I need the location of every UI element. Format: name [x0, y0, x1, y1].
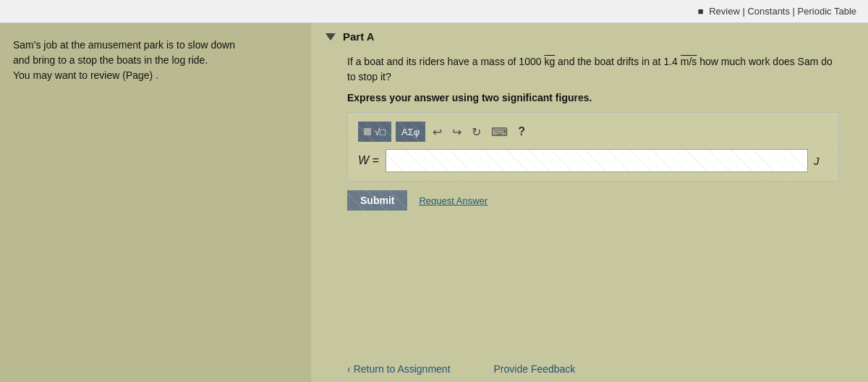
- problem-text-line1: Sam's job at the amusement park is to sl…: [13, 38, 298, 53]
- input-row: W = J: [358, 149, 828, 172]
- action-buttons: Submit Request Answer: [347, 190, 839, 211]
- w-equals-label: W =: [358, 154, 380, 167]
- keyboard-button[interactable]: ⌨: [488, 122, 511, 142]
- keyboard-icon: ⌨: [491, 125, 508, 139]
- greek-symbols-button[interactable]: ΑΣφ: [396, 122, 425, 142]
- square-icon: [364, 128, 371, 135]
- redo-button[interactable]: ↪: [449, 122, 464, 142]
- unit-label: J: [814, 155, 828, 167]
- help-icon[interactable]: ?: [515, 124, 528, 140]
- redo-icon: ↪: [452, 125, 461, 139]
- right-panel: Part A If a boat and its riders have a m…: [311, 23, 868, 382]
- part-a-header: Part A: [311, 23, 868, 47]
- sqrt-icon: √□: [375, 127, 386, 137]
- problem-text-line3: You may want to review (Page) .: [13, 68, 298, 83]
- part-a-title: Part A: [343, 30, 375, 43]
- part-a-content: If a boat and its riders have a mass of …: [311, 47, 868, 355]
- top-bar: ■ Review | Constants | Periodic Table: [0, 0, 868, 23]
- provide-feedback-link[interactable]: Provide Feedback: [494, 363, 576, 375]
- instruction-text: Express your answer using two significan…: [347, 92, 839, 103]
- return-assignment-link[interactable]: ‹ Return to Assignment: [347, 363, 451, 375]
- sqrt-button[interactable]: √□: [358, 122, 391, 142]
- chevron-left-icon: ‹: [347, 363, 351, 375]
- problem-description: Sam's job at the amusement park is to sl…: [13, 38, 298, 83]
- left-panel: Sam's job at the amusement park is to sl…: [0, 23, 311, 382]
- problem-text-line2: and bring to a stop the boats in the log…: [13, 53, 298, 68]
- submit-button[interactable]: Submit: [347, 190, 407, 211]
- refresh-icon: ↻: [472, 125, 481, 139]
- refresh-button[interactable]: ↻: [469, 122, 484, 142]
- topbar-links-text[interactable]: Review | Constants | Periodic Table: [709, 6, 856, 17]
- answer-input[interactable]: [386, 149, 808, 172]
- request-answer-button[interactable]: Request Answer: [419, 195, 488, 206]
- answer-area: √□ ΑΣφ ↩ ↪ ↻ ⌨ ?: [347, 112, 839, 182]
- main-layout: Sam's job at the amusement park is to sl…: [0, 23, 868, 382]
- undo-button[interactable]: ↩: [430, 122, 445, 142]
- return-assignment-label: Return to Assignment: [354, 363, 451, 375]
- question-text: If a boat and its riders have a mass of …: [347, 54, 839, 85]
- undo-icon: ↩: [433, 125, 442, 139]
- book-icon: ■: [698, 6, 704, 17]
- collapse-triangle-icon[interactable]: [326, 33, 336, 41]
- footer-links: ‹ Return to Assignment Provide Feedback: [311, 355, 868, 382]
- top-bar-links: ■ Review | Constants | Periodic Table: [695, 6, 856, 17]
- math-toolbar: √□ ΑΣφ ↩ ↪ ↻ ⌨ ?: [358, 122, 828, 142]
